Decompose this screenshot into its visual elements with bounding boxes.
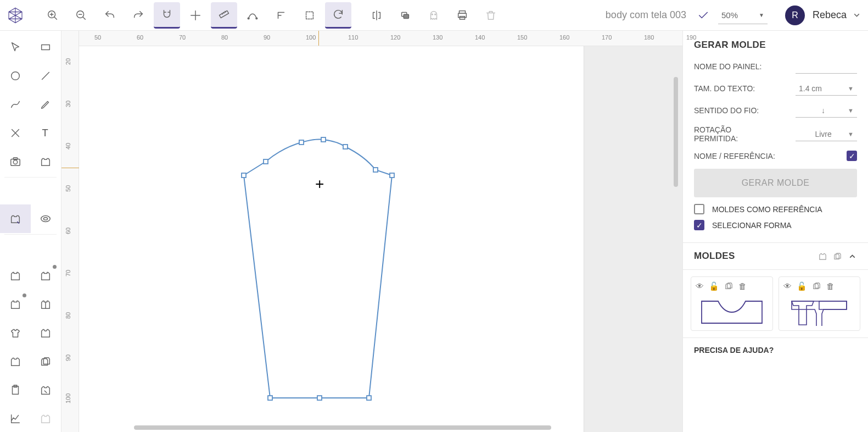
nome-painel-input[interactable]	[796, 59, 857, 74]
undo-icon[interactable]	[97, 2, 123, 29]
nome-ref-label: NOME / REFERÊNCIA:	[694, 152, 775, 160]
measure-tape-tool-icon[interactable]	[31, 204, 61, 233]
garment-f-icon[interactable]	[31, 319, 61, 347]
orthogonal-icon[interactable]	[268, 2, 294, 29]
horizontal-scrollbar[interactable]	[134, 425, 551, 430]
help-row[interactable]: PRECISA DE AJUDA?	[683, 337, 868, 362]
horizontal-guide[interactable]	[61, 168, 79, 168]
zoom-in-icon[interactable]	[40, 2, 66, 29]
trash-icon[interactable]: 🗑	[826, 281, 835, 291]
garment-multi-icon[interactable]	[31, 347, 61, 376]
svg-point-10	[435, 14, 436, 15]
redo-icon[interactable]	[125, 2, 152, 29]
svg-rect-19	[13, 158, 17, 160]
svg-point-18	[13, 160, 17, 164]
hruler-tick: 50	[94, 34, 101, 41]
moldes-ref-checkbox[interactable]	[694, 204, 704, 214]
trash-icon[interactable]: 🗑	[738, 281, 747, 291]
garment-d-icon[interactable]	[31, 290, 61, 319]
pattern-outline-tool-icon[interactable]	[31, 147, 61, 176]
curve-edit-icon[interactable]	[239, 2, 266, 29]
crosshair-icon[interactable]	[182, 2, 209, 29]
gerar-molde-button[interactable]: GERAR MOLDE	[694, 169, 857, 197]
left-toolbox: T	[0, 31, 61, 432]
bounding-box-icon[interactable]	[296, 2, 323, 29]
selecionar-forma-label: SELECIONAR FORMA	[712, 221, 792, 230]
svg-rect-3	[219, 10, 228, 18]
selecionar-forma-checkbox[interactable]: ✓	[694, 220, 704, 230]
moldes-header: MOLDES	[683, 243, 868, 270]
graph-tool-icon[interactable]	[0, 405, 31, 432]
rectangle-tool-icon[interactable]	[31, 33, 61, 62]
delete-tool-icon[interactable]	[0, 119, 31, 147]
sentido-fio-dropdown[interactable]: ↓ ▼	[796, 103, 857, 118]
vertical-guide[interactable]	[318, 31, 319, 46]
svg-point-21	[44, 218, 48, 220]
moldes-ref-row[interactable]: MOLDES COMO REFERÊNCIA	[694, 204, 857, 214]
tam-texto-dropdown[interactable]: 1.4 cm ▼	[796, 81, 857, 96]
eye-icon[interactable]: 👁	[783, 281, 792, 291]
pencil-tool-icon[interactable]	[31, 90, 61, 119]
molde-card[interactable]: 👁 🔓 🗑	[779, 276, 861, 331]
pattern-shape[interactable]	[79, 46, 584, 431]
ghost-icon[interactable]	[421, 2, 447, 29]
pattern-fill-tool-icon[interactable]	[0, 204, 31, 233]
rotacao-dropdown[interactable]: Livre ▼	[796, 127, 857, 141]
copy-pattern-icon[interactable]	[812, 281, 821, 291]
garment-faded-icon[interactable]	[31, 405, 61, 432]
refresh-icon[interactable]	[325, 2, 351, 29]
clipboard-tool-icon[interactable]	[0, 376, 31, 405]
garment-b-icon[interactable]	[31, 262, 61, 290]
svg-rect-30	[373, 168, 378, 172]
garment-h-icon[interactable]	[31, 376, 61, 405]
copy-pattern-icon[interactable]	[724, 281, 733, 291]
hruler-tick: 120	[390, 34, 400, 41]
multi-pattern-icon[interactable]	[833, 252, 842, 261]
user-avatar[interactable]: R	[785, 5, 805, 25]
hruler-tick: 130	[433, 34, 443, 41]
user-name[interactable]: Rebeca	[813, 9, 847, 21]
user-menu-chevron-icon[interactable]	[852, 10, 861, 20]
unlock-icon[interactable]: 🔓	[709, 281, 719, 291]
rotacao-label: ROTAÇÃO PERMITIDA:	[694, 125, 760, 143]
curve-tool-icon[interactable]	[0, 90, 31, 119]
vruler-tick: 40	[65, 143, 71, 149]
garment-c-icon[interactable]	[0, 290, 31, 319]
garment-g-icon[interactable]	[0, 347, 31, 376]
garment-a-icon[interactable]	[0, 262, 31, 290]
line-tool-icon[interactable]	[31, 62, 61, 90]
garment-e-icon[interactable]	[0, 319, 31, 347]
selecionar-forma-row[interactable]: ✓ SELECIONAR FORMA	[694, 220, 857, 230]
unlock-icon[interactable]: 🔓	[797, 281, 807, 291]
mirror-icon[interactable]	[363, 2, 390, 29]
camera-tool-icon[interactable]	[0, 147, 31, 176]
confirm-check-icon[interactable]	[697, 9, 709, 21]
document-name[interactable]: body com tela 003	[506, 9, 695, 21]
zoom-out-icon[interactable]	[68, 2, 94, 29]
layers-icon[interactable]	[392, 2, 418, 29]
text-tool-icon[interactable]: T	[31, 119, 61, 147]
single-pattern-icon[interactable]	[818, 252, 827, 261]
hruler-tick: 90	[264, 34, 270, 41]
nome-ref-row: NOME / REFERÊNCIA: ✓	[694, 151, 857, 161]
eye-icon[interactable]: 👁	[696, 281, 704, 291]
delete-icon[interactable]	[478, 2, 504, 29]
snap-magnet-icon[interactable]	[154, 2, 180, 29]
zoom-dropdown[interactable]: 50% ▼	[718, 7, 768, 24]
canvas[interactable]: +	[79, 46, 682, 432]
nome-ref-checkbox[interactable]: ✓	[847, 151, 857, 161]
chevron-up-icon[interactable]	[848, 252, 857, 261]
ruler-measure-icon[interactable]	[211, 2, 237, 29]
hruler-tick: 110	[348, 34, 358, 41]
molde-card[interactable]: 👁 🔓 🗑	[691, 276, 773, 331]
nome-painel-row: NOME DO PAINEL:	[694, 59, 857, 74]
vruler-tick: 100	[65, 394, 71, 403]
page-area[interactable]: +	[79, 46, 584, 432]
circle-tool-icon[interactable]	[0, 62, 31, 90]
vertical-scrollbar[interactable]	[674, 77, 678, 187]
molde-thumb-icon	[786, 296, 852, 326]
print-icon[interactable]	[449, 2, 475, 29]
center-cross-icon: +	[315, 175, 324, 193]
app-logo-icon[interactable]	[7, 7, 24, 24]
select-tool-icon[interactable]	[0, 33, 31, 62]
